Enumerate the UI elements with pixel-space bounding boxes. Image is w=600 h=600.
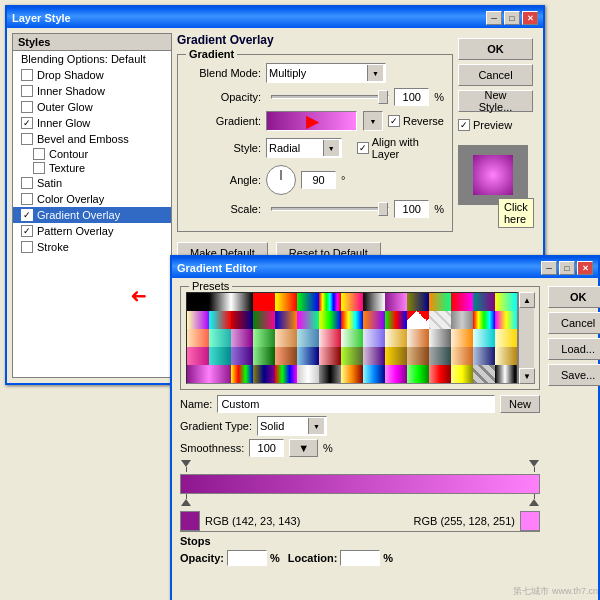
- preset-swatch[interactable]: [473, 311, 495, 329]
- smoothness-input[interactable]: [249, 439, 284, 457]
- preset-swatch[interactable]: [495, 329, 517, 347]
- opacity-slider[interactable]: [271, 95, 389, 99]
- preset-swatch[interactable]: [407, 365, 429, 383]
- minimize-button[interactable]: ─: [486, 11, 502, 25]
- preset-swatch[interactable]: [451, 311, 473, 329]
- sidebar-item-blending-options[interactable]: Blending Options: Default: [13, 51, 171, 67]
- contour-checkbox[interactable]: [33, 148, 45, 160]
- preset-swatch[interactable]: [495, 311, 517, 329]
- preset-swatch[interactable]: [319, 311, 341, 329]
- preset-swatch[interactable]: [319, 347, 341, 365]
- preset-swatch[interactable]: [231, 347, 253, 365]
- preset-swatch[interactable]: [253, 347, 275, 365]
- preset-swatch[interactable]: [385, 329, 407, 347]
- preset-swatch[interactable]: [385, 293, 407, 311]
- preset-swatch[interactable]: [297, 347, 319, 365]
- preset-swatch[interactable]: [473, 293, 495, 311]
- sidebar-item-drop-shadow[interactable]: Drop Shadow: [13, 67, 171, 83]
- texture-checkbox[interactable]: [33, 162, 45, 174]
- preset-swatch[interactable]: [429, 329, 451, 347]
- gradient-preview[interactable]: ▶: [266, 111, 357, 131]
- preset-swatch[interactable]: [187, 329, 209, 347]
- scroll-up-button[interactable]: ▲: [519, 292, 535, 308]
- preset-swatch[interactable]: [297, 311, 319, 329]
- ge-save-button[interactable]: Save...: [548, 364, 600, 386]
- preset-swatch[interactable]: [407, 347, 429, 365]
- sidebar-item-pattern-overlay[interactable]: Pattern Overlay: [13, 223, 171, 239]
- preset-swatch[interactable]: [297, 329, 319, 347]
- align-layer-checkbox[interactable]: [357, 142, 369, 154]
- preset-swatch[interactable]: [341, 347, 363, 365]
- ge-ok-button[interactable]: OK: [548, 286, 600, 308]
- inner-glow-checkbox[interactable]: [21, 117, 33, 129]
- preset-swatch[interactable]: [253, 329, 275, 347]
- align-layer-label[interactable]: Align with Layer: [357, 136, 444, 160]
- preset-swatch[interactable]: [187, 365, 209, 383]
- cancel-button[interactable]: Cancel: [458, 64, 533, 86]
- angle-dial[interactable]: [266, 165, 296, 195]
- reverse-checkbox-label[interactable]: Reverse: [388, 115, 444, 127]
- angle-input[interactable]: [301, 171, 336, 189]
- gradient-bar[interactable]: [180, 474, 540, 494]
- preset-swatch[interactable]: [297, 365, 319, 383]
- scroll-down-button[interactable]: ▼: [519, 368, 535, 384]
- preset-swatch[interactable]: [495, 347, 517, 365]
- preset-swatch[interactable]: [341, 293, 363, 311]
- ge-load-button[interactable]: Load...: [548, 338, 600, 360]
- preset-swatch[interactable]: [209, 347, 231, 365]
- preset-swatch[interactable]: [495, 293, 517, 311]
- preset-swatch[interactable]: [275, 365, 297, 383]
- preset-swatch[interactable]: [209, 365, 231, 383]
- sidebar-item-contour[interactable]: Contour: [13, 147, 171, 161]
- name-input[interactable]: Custom: [217, 395, 495, 413]
- reverse-checkbox[interactable]: [388, 115, 400, 127]
- preview-checkbox[interactable]: [458, 119, 470, 131]
- preset-swatch[interactable]: [363, 293, 385, 311]
- scale-thumb[interactable]: [378, 202, 388, 216]
- sidebar-item-outer-glow[interactable]: Outer Glow: [13, 99, 171, 115]
- stroke-checkbox[interactable]: [21, 241, 33, 253]
- blend-mode-select[interactable]: Multiply ▼: [266, 63, 386, 83]
- preset-swatch[interactable]: [253, 311, 275, 329]
- opacity-stop-right[interactable]: [528, 460, 540, 474]
- ge-minimize-button[interactable]: ─: [541, 261, 557, 275]
- opacity-input[interactable]: 100: [394, 88, 429, 106]
- preset-swatch[interactable]: [187, 293, 209, 311]
- preset-swatch[interactable]: [275, 347, 297, 365]
- new-style-button[interactable]: New Style...: [458, 90, 533, 112]
- preset-swatch[interactable]: [209, 293, 231, 311]
- preset-swatch[interactable]: [451, 293, 473, 311]
- inner-shadow-checkbox[interactable]: [21, 85, 33, 97]
- sidebar-item-texture[interactable]: Texture: [13, 161, 171, 175]
- preset-swatch[interactable]: [319, 329, 341, 347]
- ge-cancel-button[interactable]: Cancel: [548, 312, 600, 334]
- preset-swatch[interactable]: [451, 347, 473, 365]
- new-gradient-button[interactable]: New: [500, 395, 540, 413]
- preset-swatch[interactable]: [275, 329, 297, 347]
- opacity-stop-left[interactable]: [180, 460, 192, 474]
- preset-swatch[interactable]: [341, 365, 363, 383]
- gradient-type-select[interactable]: Solid ▼: [257, 416, 327, 436]
- preset-swatch[interactable]: [385, 311, 407, 329]
- preset-swatch[interactable]: [363, 329, 385, 347]
- stops-location-input[interactable]: [340, 550, 380, 566]
- color-stop-left[interactable]: [180, 494, 192, 508]
- preset-swatch[interactable]: [407, 329, 429, 347]
- ok-button[interactable]: OK: [458, 38, 533, 60]
- color-stop-right[interactable]: [528, 494, 540, 508]
- preset-swatch[interactable]: [231, 329, 253, 347]
- bevel-emboss-checkbox[interactable]: [21, 133, 33, 145]
- color-overlay-checkbox[interactable]: [21, 193, 33, 205]
- preset-swatch[interactable]: [231, 311, 253, 329]
- preset-swatch[interactable]: [231, 365, 253, 383]
- preset-swatch[interactable]: [275, 293, 297, 311]
- preset-swatch[interactable]: [253, 365, 275, 383]
- preset-swatch[interactable]: [297, 293, 319, 311]
- preset-swatch[interactable]: [385, 365, 407, 383]
- sidebar-item-gradient-overlay[interactable]: Gradient Overlay: [13, 207, 171, 223]
- preset-swatch[interactable]: [451, 365, 473, 383]
- stops-opacity-input[interactable]: [227, 550, 267, 566]
- preset-swatch[interactable]: [187, 311, 209, 329]
- satin-checkbox[interactable]: [21, 177, 33, 189]
- preset-swatch[interactable]: [473, 365, 495, 383]
